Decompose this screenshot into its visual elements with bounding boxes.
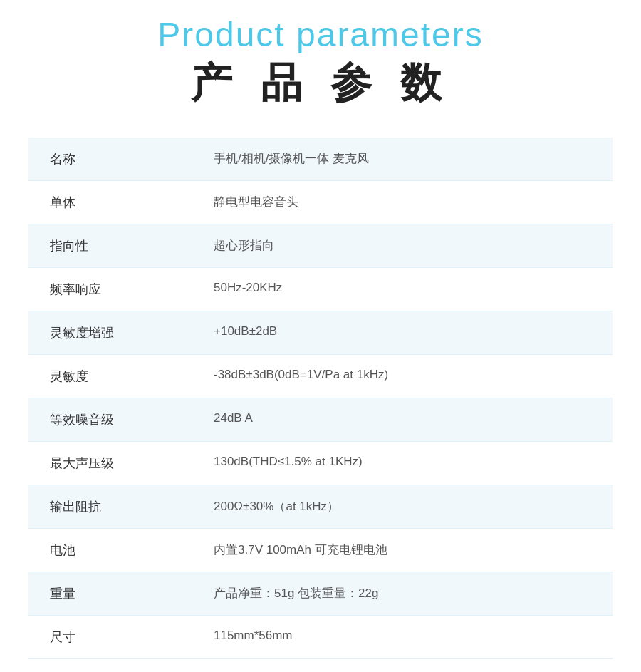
param-value: -38dB±3dB(0dB=1V/Pa at 1kHz) xyxy=(185,355,613,398)
table-row: 频率响应50Hz-20KHz xyxy=(28,268,613,311)
param-label: 尺寸 xyxy=(28,616,185,658)
param-label: 输出阻抗 xyxy=(28,485,185,528)
param-value: 产品净重：51g 包装重量：22g xyxy=(185,572,613,615)
param-label: 频率响应 xyxy=(28,268,185,311)
table-row: 最大声压级130dB(THD≤1.5% at 1KHz) xyxy=(28,442,613,485)
table-row: 重量产品净重：51g 包装重量：22g xyxy=(28,572,613,616)
table-row: 灵敏度-38dB±3dB(0dB=1V/Pa at 1kHz) xyxy=(28,355,613,398)
param-value: 130dB(THD≤1.5% at 1KHz) xyxy=(185,442,613,485)
param-value: 115mm*56mm xyxy=(185,616,613,658)
param-value: 24dB A xyxy=(185,398,613,441)
param-label: 灵敏度 xyxy=(28,355,185,398)
table-row: 尺寸115mm*56mm xyxy=(28,616,613,659)
header-section: Product parameters 产 品 参 数 xyxy=(0,0,641,130)
param-label: 指向性 xyxy=(28,224,185,267)
param-value: 200Ω±30%（at 1kHz） xyxy=(185,485,613,528)
param-value: +10dB±2dB xyxy=(185,311,613,354)
table-row: 名称手机/相机/摄像机一体 麦克风 xyxy=(28,138,613,181)
title-chinese: 产 品 参 数 xyxy=(0,56,641,109)
param-value: 静电型电容音头 xyxy=(185,181,613,224)
table-row: 灵敏度增强+10dB±2dB xyxy=(28,311,613,355)
table-row: 电池内置3.7V 100mAh 可充电锂电池 xyxy=(28,529,613,572)
param-value: 手机/相机/摄像机一体 麦克风 xyxy=(185,138,613,180)
param-label: 电池 xyxy=(28,529,185,572)
param-label: 等效噪音级 xyxy=(28,398,185,441)
param-value: 内置3.7V 100mAh 可充电锂电池 xyxy=(185,529,613,572)
table-row: 输出阻抗200Ω±30%（at 1kHz） xyxy=(28,485,613,529)
params-table: 名称手机/相机/摄像机一体 麦克风单体静电型电容音头指向性超心形指向频率响应50… xyxy=(28,138,613,659)
table-row: 指向性超心形指向 xyxy=(28,224,613,268)
param-value: 超心形指向 xyxy=(185,224,613,267)
param-label: 灵敏度增强 xyxy=(28,311,185,354)
param-label: 重量 xyxy=(28,572,185,615)
param-label: 最大声压级 xyxy=(28,442,185,485)
param-value: 50Hz-20KHz xyxy=(185,268,613,311)
table-row: 单体静电型电容音头 xyxy=(28,181,613,224)
param-label: 名称 xyxy=(28,138,185,180)
param-label: 单体 xyxy=(28,181,185,224)
title-english: Product parameters xyxy=(0,14,641,56)
table-row: 等效噪音级24dB A xyxy=(28,398,613,442)
